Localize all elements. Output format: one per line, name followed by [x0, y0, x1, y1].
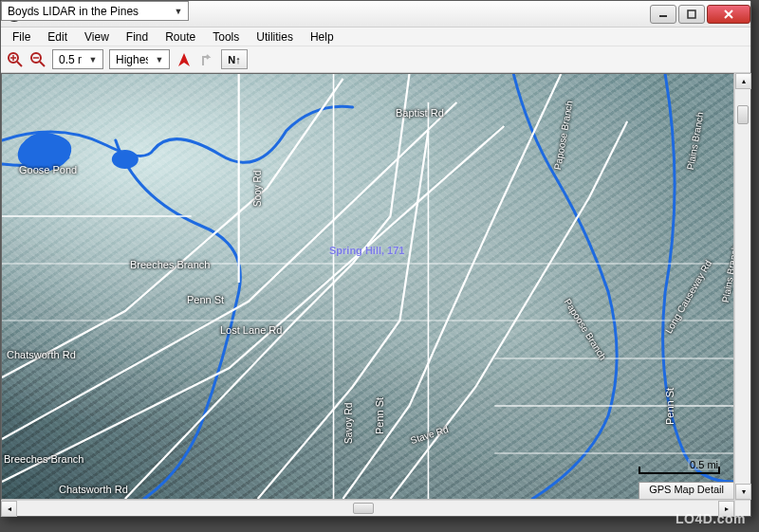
scrollbar-corner [734, 500, 750, 516]
menu-find[interactable]: Find [119, 28, 156, 46]
horizontal-scrollbar[interactable]: ◂ ▸ [1, 500, 734, 516]
road-label-savoy: Savoy Rd [343, 403, 354, 444]
road-label-penn-1: Penn St [187, 294, 224, 305]
toolbar: Boyds LIDAR in the Pines ▼ 0.5 mi ▼ High… [1, 46, 750, 73]
scale-select[interactable]: 0.5 mi ▼ [52, 49, 103, 69]
svg-point-10 [112, 150, 139, 169]
close-button[interactable] [707, 5, 750, 24]
chevron-down-icon: ▼ [171, 7, 186, 16]
panel-tab-gps-detail[interactable]: GPS Map Detail [639, 482, 733, 499]
gps-position-icon[interactable] [176, 51, 193, 68]
chevron-down-icon: ▼ [152, 55, 167, 64]
client-area: Spring Hill, 171 Baptist Rd Goose Pond B… [1, 73, 750, 516]
svg-rect-1 [688, 10, 695, 18]
north-up-label: N↑ [228, 54, 240, 65]
app-window: nRoute File Edit View Find Route Tools U… [0, 0, 751, 517]
scroll-down-button[interactable]: ▾ [735, 484, 751, 500]
hscroll-thumb[interactable] [353, 503, 374, 514]
chevron-down-icon: ▼ [85, 55, 101, 64]
scroll-right-button[interactable]: ▸ [718, 501, 734, 517]
vertical-scrollbar[interactable]: ▴ ▾ [734, 73, 750, 500]
scale-bar: 0.5 mi [639, 461, 720, 474]
map-viewport[interactable]: Spring Hill, 171 Baptist Rd Goose Pond B… [1, 73, 734, 500]
road-label-baptist: Baptist Rd [396, 107, 444, 119]
scale-value: 0.5 mi [59, 53, 82, 66]
map-vector-overlay [2, 74, 733, 499]
vscroll-thumb[interactable] [737, 105, 749, 124]
svg-marker-9 [178, 53, 190, 66]
label-breeches-branch: Breeches Branch [130, 259, 210, 270]
menu-route[interactable]: Route [157, 28, 203, 46]
zoom-out-icon[interactable] [29, 51, 46, 68]
menu-file[interactable]: File [5, 28, 38, 46]
detail-value: Highest [116, 53, 148, 66]
road-label-penn-2: Penn St [374, 397, 385, 434]
maximize-button[interactable] [678, 5, 705, 24]
scroll-left-button[interactable]: ◂ [1, 501, 17, 517]
next-turn-icon[interactable] [198, 51, 215, 68]
menubar: File Edit View Find Route Tools Utilitie… [1, 28, 750, 46]
zoom-in-icon[interactable] [7, 51, 24, 68]
road-label-chatsworth: Chatsworth Rd [7, 349, 76, 360]
menu-utilities[interactable]: Utilities [249, 28, 301, 46]
menu-tools[interactable]: Tools [205, 28, 247, 46]
road-label-sooy: Sooy Rd [252, 171, 263, 207]
label-breeches-branch-2: Breeches Branch [4, 453, 83, 465]
map-product-value: Boyds LIDAR in the Pines [8, 5, 167, 18]
map-canvas[interactable]: Spring Hill, 171 Baptist Rd Goose Pond B… [2, 74, 733, 499]
road-label-chatsworth-2: Chatsworth Rd [59, 484, 128, 495]
place-label-goose-pond: Goose Pond [19, 164, 77, 175]
svg-line-3 [17, 62, 22, 66]
north-up-button[interactable]: N↑ [221, 49, 248, 69]
detail-select[interactable]: Highest ▼ [109, 49, 170, 69]
road-label-penn-3: Penn St [664, 388, 676, 425]
scroll-up-button[interactable]: ▴ [735, 73, 751, 89]
map-product-select[interactable]: Boyds LIDAR in the Pines ▼ [1, 1, 189, 21]
panel-tab-label: GPS Map Detail [649, 484, 724, 495]
svg-line-7 [40, 62, 45, 66]
road-label-lost-lane: Lost Lane Rd [220, 324, 282, 336]
menu-edit[interactable]: Edit [40, 28, 75, 46]
menu-help[interactable]: Help [303, 28, 342, 46]
menu-view[interactable]: View [77, 28, 117, 46]
scale-bar-label: 0.5 mi [688, 459, 720, 470]
place-label-spring-hill: Spring Hill, 171 [329, 245, 404, 256]
minimize-button[interactable] [650, 5, 676, 24]
